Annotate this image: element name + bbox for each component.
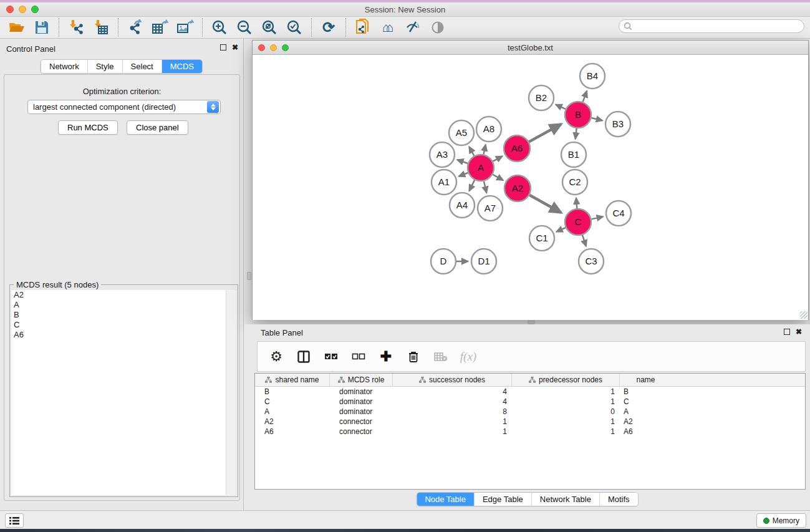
cell-predecessor-nodes[interactable]: 1 xyxy=(512,397,620,407)
toggle-columns-icon[interactable] xyxy=(295,348,312,365)
cell-predecessor-nodes[interactable]: 0 xyxy=(512,407,620,417)
graph-node-B1[interactable]: B1 xyxy=(561,142,586,167)
cell-name[interactable]: A6 xyxy=(620,427,672,437)
memory-button[interactable]: Memory xyxy=(756,513,806,528)
column-header-successor-nodes[interactable]: successor nodes xyxy=(393,374,512,386)
edge-A6-B[interactable] xyxy=(529,124,561,142)
cell-successor-nodes[interactable]: 8 xyxy=(393,407,512,417)
import-table-icon[interactable] xyxy=(92,19,110,36)
mcds-result-item[interactable]: B xyxy=(11,310,226,320)
export-image-icon[interactable] xyxy=(176,19,195,36)
graph-node-A7[interactable]: A7 xyxy=(478,196,503,221)
settings-gear-icon[interactable]: ⚙ xyxy=(268,348,285,365)
graph-node-C4[interactable]: C4 xyxy=(606,201,631,226)
network-graph[interactable]: AA1A2A3A4A5A6A7A8BB1B2B3B4CC1C2C3C4DD1 xyxy=(253,56,808,320)
edge-B-B2[interactable] xyxy=(556,105,566,109)
edge-C-C2[interactable] xyxy=(576,198,577,208)
table-row[interactable]: A2connector11A2 xyxy=(255,417,805,427)
edge-C-C3[interactable] xyxy=(582,235,586,246)
cell-name[interactable]: A xyxy=(620,407,672,417)
float-table-panel-icon[interactable] xyxy=(784,329,790,335)
edge-A-A3[interactable] xyxy=(457,160,468,163)
graph-node-A4[interactable]: A4 xyxy=(450,193,475,218)
mcds-result-item[interactable]: A2 xyxy=(11,290,226,300)
cell-MCDS-role[interactable]: dominator xyxy=(330,397,393,407)
graph-node-B[interactable]: B xyxy=(565,102,591,128)
column-header-name[interactable]: name xyxy=(620,374,672,386)
home-icon[interactable]: ⌂⌂ xyxy=(378,19,397,36)
cell-MCDS-role[interactable]: dominator xyxy=(330,407,393,417)
network-window-titlebar[interactable]: testGlobe.txt xyxy=(253,41,808,55)
mcds-result-list[interactable]: A2ABCA6 xyxy=(11,290,226,495)
edge-B-B3[interactable] xyxy=(591,118,602,120)
apply-function-icon[interactable]: f(x) xyxy=(460,348,477,365)
zoom-in-icon[interactable] xyxy=(210,19,229,36)
run-mcds-button[interactable]: Run MCDS xyxy=(58,120,118,135)
float-panel-icon[interactable] xyxy=(220,44,226,51)
graph-node-D[interactable]: D xyxy=(431,249,456,274)
cell-predecessor-nodes[interactable]: 1 xyxy=(512,417,620,427)
zoom-out-icon[interactable] xyxy=(235,19,254,36)
close-panel-button[interactable]: Close panel xyxy=(127,120,188,135)
criterion-dropdown[interactable]: largest connected component (directed) xyxy=(27,100,221,114)
cell-shared-name[interactable]: B xyxy=(255,387,330,397)
hide-graphics-details-icon[interactable] xyxy=(403,19,422,36)
edge-A-A7[interactable] xyxy=(484,181,486,193)
cell-successor-nodes[interactable]: 4 xyxy=(393,397,512,407)
cell-shared-name[interactable]: A2 xyxy=(255,417,330,427)
resize-grip[interactable] xyxy=(800,311,808,319)
cell-MCDS-role[interactable]: dominator xyxy=(330,387,393,397)
table-row[interactable]: Bdominator41B xyxy=(255,387,805,397)
import-network-icon[interactable] xyxy=(67,19,85,36)
graph-node-A6[interactable]: A6 xyxy=(504,135,530,162)
cell-shared-name[interactable]: A xyxy=(255,407,330,417)
refresh-icon[interactable]: ⟳ xyxy=(319,19,338,36)
add-column-icon[interactable]: ✚ xyxy=(377,348,395,365)
cell-MCDS-role[interactable]: connector xyxy=(330,427,393,437)
tab-style[interactable]: Style xyxy=(88,60,123,73)
graph-node-D1[interactable]: D1 xyxy=(471,249,496,274)
select-all-icon[interactable] xyxy=(322,348,340,365)
column-header-shared-name[interactable]: shared name xyxy=(255,374,330,386)
graph-node-B3[interactable]: B3 xyxy=(605,112,630,137)
graph-node-C1[interactable]: C1 xyxy=(529,226,554,251)
edge-C-C4[interactable] xyxy=(592,216,604,219)
vertical-splitter-handle[interactable] xyxy=(247,272,251,280)
graph-node-A5[interactable]: A5 xyxy=(449,120,474,145)
tab-node-table[interactable]: Node Table xyxy=(417,493,475,506)
graph-node-A[interactable]: A xyxy=(468,155,494,181)
column-header-predecessor-nodes[interactable]: predecessor nodes xyxy=(512,374,620,386)
deselect-all-icon[interactable] xyxy=(350,348,367,365)
cell-successor-nodes[interactable]: 1 xyxy=(393,427,512,437)
zoom-selected-icon[interactable] xyxy=(285,19,304,36)
delete-column-icon[interactable] xyxy=(405,348,422,365)
table-row[interactable]: Adominator80A xyxy=(255,407,805,417)
export-table-icon[interactable] xyxy=(151,19,170,36)
cell-successor-nodes[interactable]: 1 xyxy=(393,417,512,427)
tab-select[interactable]: Select xyxy=(123,60,162,73)
graph-node-A2[interactable]: A2 xyxy=(504,175,531,201)
edge-A-A2[interactable] xyxy=(493,175,503,180)
mcds-result-item[interactable]: A6 xyxy=(11,330,226,340)
graph-node-A3[interactable]: A3 xyxy=(430,142,455,167)
network-canvas[interactable]: AA1A2A3A4A5A6A7A8BB1B2B3B4CC1C2C3C4DD1 xyxy=(253,56,808,320)
cell-MCDS-role[interactable]: connector xyxy=(330,417,393,427)
cell-name[interactable]: A2 xyxy=(620,417,672,427)
tab-mcds[interactable]: MCDS xyxy=(162,60,202,73)
edge-A-A4[interactable] xyxy=(469,180,475,191)
tab-network[interactable]: Network xyxy=(41,60,88,73)
close-table-panel-icon[interactable]: ✖ xyxy=(796,329,802,335)
mcds-result-item[interactable]: A xyxy=(11,300,226,310)
export-network-icon[interactable] xyxy=(126,19,145,36)
edge-A2-C[interactable] xyxy=(529,195,561,213)
cell-name[interactable]: C xyxy=(620,397,672,407)
graph-node-B4[interactable]: B4 xyxy=(580,64,605,89)
edge-A-A8[interactable] xyxy=(484,145,486,155)
graph-node-A8[interactable]: A8 xyxy=(476,117,501,142)
edge-C-C1[interactable] xyxy=(556,228,566,232)
search-box[interactable] xyxy=(619,19,804,33)
cell-shared-name[interactable]: A6 xyxy=(255,427,330,437)
tab-motifs[interactable]: Motifs xyxy=(600,493,638,506)
edge-B-B4[interactable] xyxy=(583,91,587,102)
task-history-button[interactable] xyxy=(5,513,24,528)
